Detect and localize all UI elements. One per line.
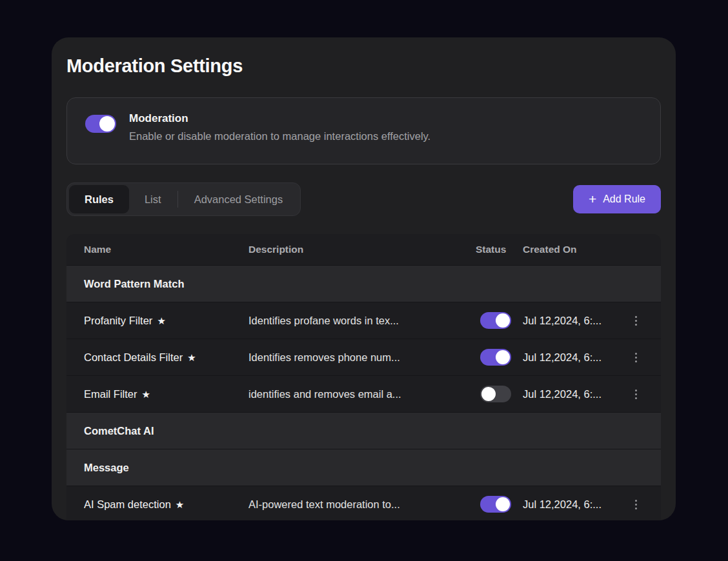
column-header-description: Description (248, 244, 476, 255)
page-background: Moderation Settings Moderation Enable or… (0, 0, 728, 561)
favorite-star-icon: ★ (142, 389, 150, 400)
tab-advanced-settings[interactable]: Advanced Settings (179, 185, 299, 213)
status-toggle[interactable] (480, 386, 511, 402)
rule-description-cell: Identifies profane words in tex... (248, 315, 476, 327)
rule-description-cell: identifies and removes email a... (248, 388, 476, 400)
column-header-status: Status (476, 244, 523, 255)
rule-description-cell: Identifies removes phone num... (248, 351, 476, 364)
status-toggle[interactable] (480, 312, 511, 329)
favorite-star-icon: ★ (187, 352, 196, 363)
column-header-name: Name (84, 244, 248, 255)
table-body: Word Pattern MatchProfanity Filter★Ident… (66, 265, 661, 520)
kebab-menu-icon[interactable] (631, 350, 640, 365)
status-toggle[interactable] (480, 349, 511, 366)
add-rule-button[interactable]: + Add Rule (573, 185, 661, 213)
tab-list[interactable]: List (129, 185, 177, 213)
toggle-knob (496, 313, 510, 328)
table-row: AI Spam detection★AI-powered text modera… (66, 486, 661, 520)
section-name-label: CometChat AI (84, 425, 248, 437)
rules-table: Name Description Status Created On Word … (66, 234, 661, 520)
table-row: Email Filter★identifies and removes emai… (66, 375, 661, 412)
table-row: Profanity Filter★Identifies profane word… (66, 302, 661, 339)
favorite-star-icon: ★ (176, 499, 184, 510)
table-section-row: Word Pattern Match (66, 265, 661, 302)
rule-name-cell: Profanity Filter★ (84, 315, 248, 327)
kebab-menu-icon[interactable] (631, 313, 640, 328)
moderation-settings-panel: Moderation Settings Moderation Enable or… (52, 37, 676, 520)
rule-name-cell: AI Spam detection★ (84, 498, 248, 511)
table-header-row: Name Description Status Created On (66, 234, 661, 265)
rule-name-cell: Email Filter★ (84, 388, 248, 400)
status-toggle[interactable] (480, 496, 511, 513)
rule-description-cell: AI-powered text moderation to... (248, 498, 476, 511)
created-on-cell: Jul 12,2024, 6:... (523, 315, 631, 327)
created-on-cell: Jul 12,2024, 6:... (523, 498, 631, 511)
moderation-toggle-card: Moderation Enable or disable moderation … (66, 97, 661, 164)
kebab-menu-icon[interactable] (631, 387, 640, 402)
table-section-row: CometChat AI (66, 412, 661, 449)
toggle-knob (99, 116, 115, 132)
tab-divider (177, 191, 178, 208)
table-row: Contact Details Filter★Identifies remove… (66, 339, 661, 375)
section-name-label: Word Pattern Match (84, 278, 248, 290)
toggle-knob (481, 387, 496, 401)
plus-icon: + (589, 192, 596, 206)
rule-name-cell: Contact Details Filter★ (84, 351, 248, 364)
tab-rules[interactable]: Rules (69, 185, 129, 213)
section-name-label: Message (84, 462, 248, 474)
toggle-knob (496, 350, 510, 364)
moderation-label: Moderation (129, 112, 188, 125)
moderation-toggle[interactable] (85, 115, 116, 133)
favorite-star-icon: ★ (157, 315, 165, 326)
toggle-knob (496, 497, 510, 511)
created-on-cell: Jul 12,2024, 6:... (523, 351, 631, 364)
kebab-menu-icon[interactable] (631, 497, 640, 512)
add-rule-label: Add Rule (603, 193, 645, 205)
tab-group: RulesListAdvanced Settings (66, 182, 301, 216)
moderation-description: Enable or disable moderation to manage i… (129, 130, 430, 143)
table-section-row: Message (66, 449, 661, 486)
column-header-created-on: Created On (523, 244, 631, 255)
created-on-cell: Jul 12,2024, 6:... (523, 388, 631, 400)
page-title: Moderation Settings (66, 55, 243, 77)
